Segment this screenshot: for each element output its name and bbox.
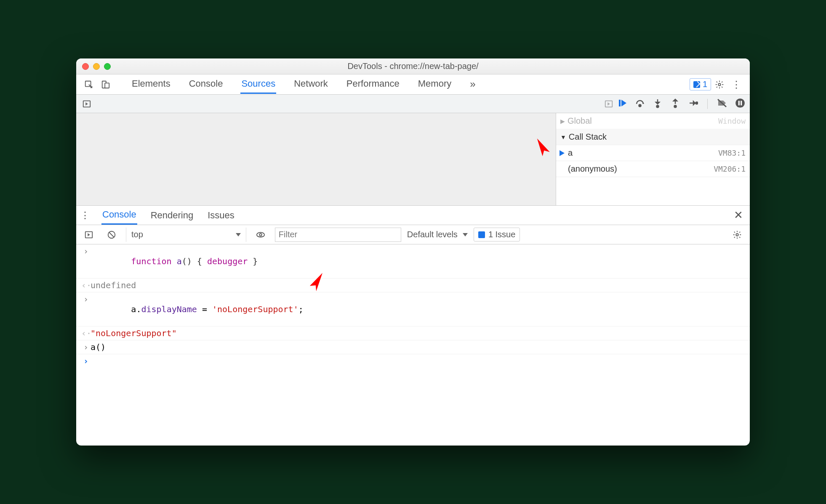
deactivate-breakpoints-icon[interactable] bbox=[717, 98, 727, 110]
issues-count: 1 bbox=[703, 80, 707, 89]
main-tab-bar: Elements Console Sources Network Perform… bbox=[76, 74, 750, 95]
step-into-icon[interactable] bbox=[653, 98, 663, 110]
output-chevron-icon: ‹· bbox=[81, 280, 91, 290]
issue-icon bbox=[478, 231, 485, 238]
console-settings-gear-icon[interactable] bbox=[729, 226, 746, 243]
inspect-element-icon[interactable] bbox=[80, 76, 97, 93]
drawer-tab-console[interactable]: Console bbox=[101, 206, 137, 225]
sources-split: ▶ Global Window ▼ Call Stack a VM83:1 (a… bbox=[76, 113, 750, 206]
drawer-tab-bar: ⋮ Console Rendering Issues ✕ bbox=[76, 206, 750, 225]
svg-point-8 bbox=[657, 105, 659, 107]
execution-context-selector[interactable]: top bbox=[126, 228, 246, 242]
output-chevron-icon: ‹· bbox=[81, 328, 91, 338]
log-levels-selector[interactable]: Default levels bbox=[407, 230, 468, 239]
tab-sources[interactable]: Sources bbox=[240, 75, 276, 94]
resume-icon[interactable] bbox=[617, 98, 627, 110]
clear-console-icon[interactable] bbox=[103, 226, 120, 243]
debugger-sidebar: ▶ Global Window ▼ Call Stack a VM83:1 (a… bbox=[556, 113, 750, 205]
main-tabs: Elements Console Sources Network Perform… bbox=[131, 75, 477, 94]
console-input-line: › a() bbox=[76, 340, 750, 354]
console-input-line: › a.displayName = 'noLongerSupport'; bbox=[76, 292, 750, 326]
console-prompt-line[interactable]: › bbox=[76, 354, 750, 368]
devtools-window: DevTools - chrome://new-tab-page/ Elemen… bbox=[76, 58, 750, 446]
call-frame-0[interactable]: a VM83:1 bbox=[556, 145, 750, 161]
settings-gear-icon[interactable] bbox=[711, 76, 728, 93]
svg-rect-13 bbox=[741, 101, 742, 105]
issue-icon bbox=[693, 81, 700, 88]
titlebar: DevTools - chrome://new-tab-page/ bbox=[76, 58, 750, 74]
sources-toolbar bbox=[76, 95, 750, 113]
prompt-chevron-icon: › bbox=[81, 356, 91, 366]
drawer-more-icon[interactable]: ⋮ bbox=[80, 210, 89, 221]
svg-rect-12 bbox=[738, 101, 740, 105]
svg-point-7 bbox=[639, 104, 641, 106]
console-filter-input[interactable] bbox=[275, 228, 401, 242]
svg-point-3 bbox=[718, 83, 721, 86]
tab-console[interactable]: Console bbox=[188, 75, 224, 94]
svg-rect-2 bbox=[105, 83, 109, 88]
input-chevron-icon: › bbox=[81, 294, 91, 304]
svg-point-9 bbox=[674, 105, 677, 107]
svg-point-10 bbox=[696, 102, 698, 104]
dropdown-icon bbox=[463, 233, 468, 236]
svg-point-11 bbox=[735, 98, 745, 108]
svg-point-18 bbox=[736, 233, 738, 236]
more-menu-icon[interactable]: ⋮ bbox=[728, 79, 746, 90]
svg-rect-6 bbox=[619, 100, 621, 106]
debugger-sidebar-toggle-icon[interactable] bbox=[600, 95, 617, 112]
svg-point-17 bbox=[259, 233, 262, 236]
call-frame-1[interactable]: (anonymous) VM206:1 bbox=[556, 161, 750, 177]
window-title: DevTools - chrome://new-tab-page/ bbox=[76, 61, 750, 71]
issues-badge[interactable]: 1 bbox=[690, 78, 711, 90]
call-stack-header[interactable]: ▼ Call Stack bbox=[556, 129, 750, 145]
scope-row-fragment: ▶ Global Window bbox=[556, 113, 750, 129]
console-issues-button[interactable]: 1 Issue bbox=[474, 228, 520, 241]
console-output[interactable]: › function a() { debugger } ‹· undefined… bbox=[76, 244, 750, 446]
drawer-tab-issues[interactable]: Issues bbox=[207, 207, 235, 224]
editor-pane[interactable] bbox=[76, 113, 556, 205]
console-sidebar-toggle-icon[interactable] bbox=[80, 226, 97, 243]
console-output-line: ‹· undefined bbox=[76, 279, 750, 292]
tab-performance[interactable]: Performance bbox=[346, 75, 400, 94]
input-chevron-icon: › bbox=[81, 246, 91, 256]
console-toolbar: top Default levels 1 Issue bbox=[76, 225, 750, 244]
drawer-tab-rendering[interactable]: Rendering bbox=[150, 207, 195, 224]
input-chevron-icon: › bbox=[81, 342, 91, 352]
drawer-close-icon[interactable]: ✕ bbox=[731, 209, 746, 222]
device-toolbar-icon[interactable] bbox=[97, 76, 114, 93]
step-icon[interactable] bbox=[688, 98, 698, 110]
console-input-line: › function a() { debugger } bbox=[76, 244, 750, 279]
live-expression-icon[interactable] bbox=[252, 226, 269, 243]
pause-on-exceptions-icon[interactable] bbox=[735, 98, 746, 110]
svg-point-16 bbox=[257, 232, 264, 237]
step-out-icon[interactable] bbox=[670, 98, 680, 110]
tab-memory[interactable]: Memory bbox=[417, 75, 452, 94]
tab-overflow[interactable]: » bbox=[469, 75, 476, 94]
navigator-toggle-icon[interactable] bbox=[78, 95, 95, 112]
tab-elements[interactable]: Elements bbox=[131, 75, 171, 94]
step-over-icon[interactable] bbox=[635, 98, 645, 110]
tab-network[interactable]: Network bbox=[293, 75, 329, 94]
console-output-line: ‹· "noLongerSupport" bbox=[76, 326, 750, 340]
dropdown-icon bbox=[236, 233, 241, 236]
